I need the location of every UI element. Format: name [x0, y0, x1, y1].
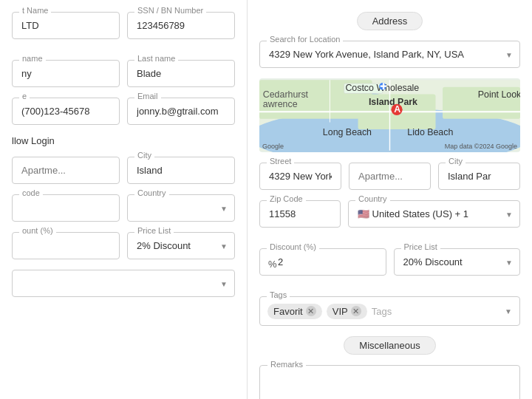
tags-field: Tags Favorit ✕ VIP ✕ Tags ▼: [259, 296, 520, 326]
last-name-field: Last name: [127, 60, 235, 87]
right-city-input[interactable]: [438, 163, 520, 190]
google-watermark: Google: [262, 143, 284, 150]
last-name-input[interactable]: [127, 60, 235, 87]
price-list-field: Price List 20% Discount: [394, 248, 521, 276]
street-label: Street: [267, 157, 294, 166]
discount-field: Discount (%) %: [259, 248, 386, 276]
left-extra-select[interactable]: [12, 270, 235, 297]
left-extra-dropdown: [12, 270, 235, 297]
left-country-field: Country: [127, 194, 235, 222]
svg-text:✚: ✚: [380, 81, 387, 92]
map-credit: Map data ©2024 Google: [445, 143, 517, 150]
address-tab-container: Address: [259, 12, 520, 30]
left-price-list-select[interactable]: 2% Discount: [127, 232, 235, 259]
left-zip-input[interactable]: [12, 194, 120, 222]
company-ssn-row: t Name SSN / BN Number: [12, 12, 235, 50]
tag-vip-label: VIP: [332, 306, 348, 317]
search-location-label: Search for Location: [267, 35, 343, 44]
company-name-label: t Name: [19, 6, 51, 15]
left-panel: t Name SSN / BN Number name Last name e …: [0, 0, 248, 399]
misc-tab[interactable]: Miscellaneous: [344, 336, 435, 355]
tags-label: Tags: [267, 290, 290, 299]
address-tab[interactable]: Address: [357, 12, 423, 30]
left-zip-field: code: [12, 194, 120, 222]
phone-label: e: [19, 92, 30, 100]
ssn-input[interactable]: [127, 12, 235, 39]
zip-country-row: Zip Code Country 🇺🇸 United States (US) +…: [259, 200, 520, 238]
price-list-select[interactable]: 20% Discount: [394, 248, 521, 276]
tag-favorit-remove[interactable]: ✕: [306, 306, 316, 316]
svg-text:awrence: awrence: [263, 99, 298, 109]
left-zip-label: code: [19, 188, 43, 197]
company-name-field: t Name: [12, 12, 120, 39]
tag-favorit-label: Favorit: [273, 306, 303, 317]
discount-input-wrapper: %: [259, 248, 386, 276]
map-svg: Costco Wholesale ✚ Cedarhurst awrence Is…: [259, 78, 520, 152]
left-zip-country-row: code Country: [12, 194, 235, 222]
zip-label: Zip Code: [267, 194, 306, 203]
street-input[interactable]: [259, 163, 341, 190]
first-name-input[interactable]: [12, 60, 120, 87]
zip-field: Zip Code: [259, 200, 341, 228]
email-label: Email: [134, 92, 161, 100]
search-location-field: Search for Location 4329 New York Avenue…: [259, 41, 520, 68]
first-name-label: name: [19, 54, 46, 63]
zip-input[interactable]: [259, 200, 341, 228]
last-name-label: Last name: [134, 54, 178, 63]
left-extra-select-wrapper: [12, 270, 235, 297]
ssn-label: SSN / BN Number: [134, 6, 206, 15]
email-field: Email: [127, 98, 235, 125]
svg-text:A: A: [394, 104, 400, 115]
left-discount-field: ount (%): [12, 232, 120, 259]
tag-favorit: Favorit ✕: [267, 304, 322, 319]
left-discount-input[interactable]: [12, 232, 120, 259]
misc-tab-container: Miscellaneous: [259, 336, 520, 355]
tag-vip-remove[interactable]: ✕: [351, 306, 361, 316]
country-select[interactable]: 🇺🇸 United States (US) + 1: [348, 200, 520, 228]
right-city-label: City: [446, 157, 466, 166]
discount-price-row: Discount (%) % Price List 20% Discount: [259, 248, 520, 286]
country-label: Country: [355, 194, 390, 203]
right-apartment-field: [349, 163, 431, 190]
svg-text:Point Lookout: Point Lookout: [478, 89, 520, 100]
right-city-field: City: [438, 163, 520, 190]
price-list-wrapper: 20% Discount: [394, 248, 521, 276]
left-city-field: City: [127, 157, 235, 184]
right-apartment-input[interactable]: [349, 163, 431, 190]
left-price-list-field: Price List 2% Discount: [127, 232, 235, 259]
price-list-label: Price List: [401, 242, 440, 251]
remarks-label: Remarks: [267, 360, 306, 369]
left-country-label: Country: [134, 188, 169, 197]
left-discount-label: ount (%): [19, 226, 56, 235]
country-field: Country 🇺🇸 United States (US) + 1: [348, 200, 520, 228]
street-field: Street: [259, 163, 341, 190]
company-name-input[interactable]: [12, 12, 120, 39]
left-price-list-wrapper: 2% Discount: [127, 232, 235, 259]
left-country-select[interactable]: [127, 194, 235, 222]
phone-input[interactable]: [12, 98, 120, 125]
search-location-wrapper: 4329 New York Avenue, Island Park, NY, U…: [259, 41, 520, 68]
ssn-field: SSN / BN Number: [127, 12, 235, 39]
percent-prefix: %: [268, 258, 277, 269]
tags-container[interactable]: Favorit ✕ VIP ✕ Tags ▼: [259, 296, 520, 326]
email-input[interactable]: [127, 98, 235, 125]
phone-field: e: [12, 98, 120, 125]
svg-text:Lido Beach: Lido Beach: [407, 127, 453, 137]
phone-email-row: e Email: [12, 98, 235, 125]
left-city-label: City: [134, 151, 154, 160]
tag-vip: VIP ✕: [327, 304, 367, 319]
remarks-container: Remarks: [259, 365, 520, 399]
left-city-input[interactable]: [127, 157, 235, 184]
left-discount-row: ount (%) Price List 2% Discount: [12, 232, 235, 259]
search-location-select[interactable]: 4329 New York Avenue, Island Park, NY, U…: [259, 41, 520, 68]
street-city-row: Street City: [259, 163, 520, 190]
first-name-field: name: [12, 60, 120, 87]
discount-input[interactable]: [259, 248, 386, 276]
left-address-row: City: [12, 157, 235, 184]
left-apartment-input[interactable]: [12, 157, 120, 184]
tags-dropdown-icon[interactable]: ▼: [505, 307, 512, 316]
left-price-list-label: Price List: [134, 226, 174, 235]
svg-text:Long Beach: Long Beach: [323, 127, 372, 137]
left-apartment-field: [12, 157, 120, 184]
right-panel: Address Search for Location 4329 New Yor…: [248, 0, 532, 399]
